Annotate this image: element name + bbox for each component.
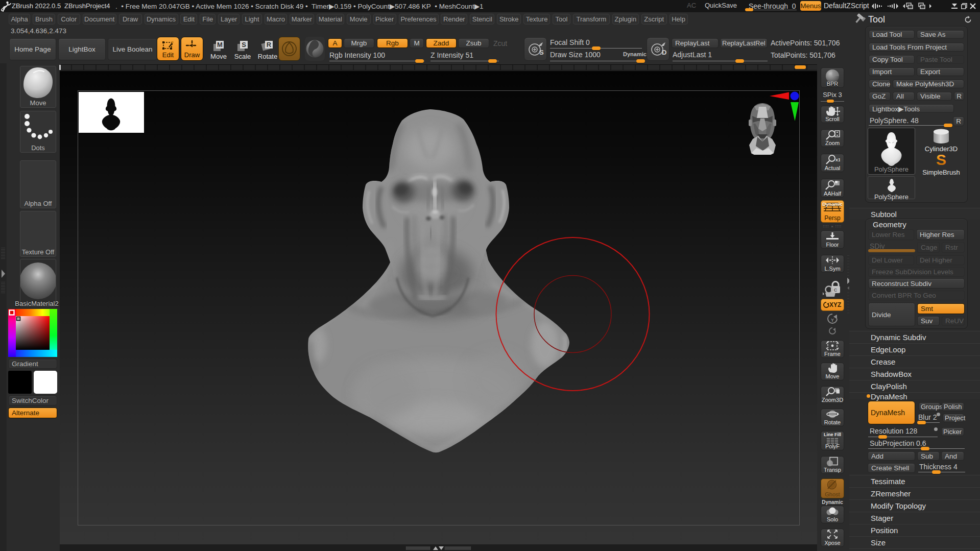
svg-text:C: C [834,288,838,293]
svg-text:M: M [217,41,223,49]
svg-text:Y: Y [831,318,834,323]
svg-text:S: S [242,41,246,49]
svg-text:R: R [267,41,272,49]
svg-text:x1: x1 [835,157,840,162]
svg-text:S: S [936,151,946,168]
svg-text:S: S [539,49,544,56]
svg-text:D: D [662,49,666,56]
